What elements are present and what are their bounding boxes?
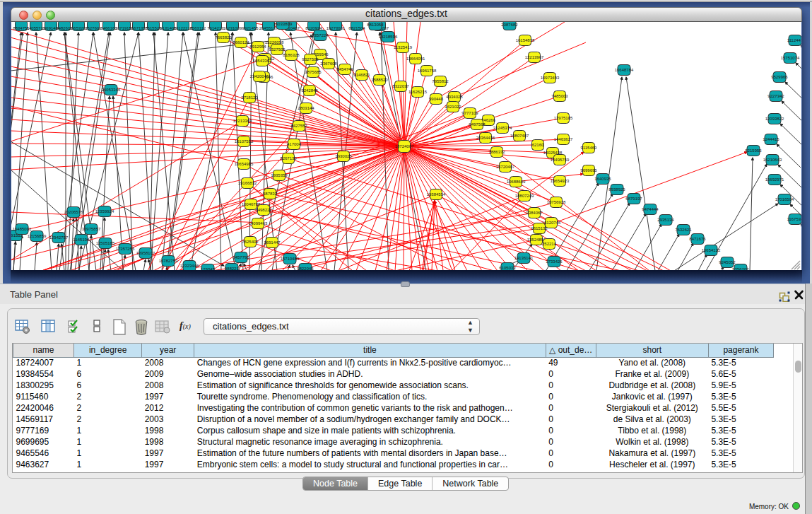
svg-text:26053346: 26053346 — [102, 88, 121, 92]
svg-text:9327505: 9327505 — [269, 47, 286, 52]
svg-text:16231009: 16231009 — [223, 26, 242, 30]
svg-text:1421022: 1421022 — [445, 105, 461, 109]
svg-text:5498222: 5498222 — [255, 208, 272, 212]
svg-text:12093822: 12093822 — [765, 117, 784, 121]
svg-text:6821504: 6821504 — [348, 26, 365, 30]
svg-text:988221: 988221 — [225, 267, 240, 270]
svg-text:7632621: 7632621 — [675, 228, 692, 232]
svg-text:1615132: 1615132 — [531, 226, 548, 230]
svg-text:20455137: 20455137 — [259, 26, 278, 30]
svg-text:16782759: 16782759 — [159, 259, 178, 263]
svg-text:17016504: 17016504 — [775, 197, 794, 201]
svg-text:15751074: 15751074 — [781, 56, 800, 60]
svg-text:3875685: 3875685 — [305, 70, 322, 74]
svg-text:31245374: 31245374 — [493, 126, 512, 130]
svg-text:19384554: 19384554 — [427, 192, 446, 197]
svg-text:1527602: 1527602 — [85, 26, 102, 30]
svg-text:7663822: 7663822 — [215, 35, 232, 40]
svg-text:1112447: 1112447 — [787, 38, 801, 42]
svg-text:14136141: 14136141 — [514, 256, 534, 260]
svg-text:7625402: 7625402 — [242, 240, 259, 244]
svg-text:4934028: 4934028 — [446, 95, 463, 99]
svg-text:1935359: 1935359 — [271, 173, 288, 177]
svg-text:9245052: 9245052 — [719, 260, 736, 264]
svg-text:8912954: 8912954 — [249, 45, 266, 49]
svg-text:1640935: 1640935 — [594, 177, 611, 181]
svg-text:10756928: 10756928 — [547, 200, 566, 204]
svg-text:9242848: 9242848 — [301, 88, 318, 93]
svg-text:62160: 62160 — [532, 143, 544, 147]
svg-text:1588520: 1588520 — [371, 78, 388, 82]
svg-text:20364436: 20364436 — [476, 136, 495, 140]
svg-text:9457791: 9457791 — [233, 255, 249, 259]
svg-text:1733426: 1733426 — [546, 259, 563, 264]
svg-text:19273001: 19273001 — [326, 26, 346, 30]
svg-text:6879197: 6879197 — [625, 197, 642, 201]
svg-text:8471676: 8471676 — [689, 237, 706, 241]
svg-text:9327505: 9327505 — [302, 57, 319, 62]
svg-text:8938925: 8938925 — [608, 187, 625, 192]
svg-text:14463627: 14463627 — [554, 137, 573, 141]
svg-text:6497568: 6497568 — [469, 122, 486, 127]
svg-text:12505185: 12505185 — [96, 241, 115, 245]
svg-text:9529966: 9529966 — [771, 75, 788, 79]
svg-text:1167534: 1167534 — [787, 217, 801, 221]
svg-text:16210643: 16210643 — [763, 158, 782, 162]
svg-text:15692971: 15692971 — [765, 177, 784, 182]
svg-text:12213967: 12213967 — [525, 55, 544, 59]
svg-text:13664091: 13664091 — [406, 57, 425, 61]
svg-text:1930025: 1930025 — [335, 154, 352, 158]
svg-text:9146821: 9146821 — [353, 73, 370, 77]
svg-text:19218596: 19218596 — [379, 35, 398, 39]
svg-text:15710485: 15710485 — [281, 257, 300, 261]
svg-text:8813054: 8813054 — [367, 23, 384, 27]
svg-text:990448: 990448 — [429, 97, 444, 101]
svg-text:129345: 129345 — [201, 267, 216, 270]
svg-text:9822045: 9822045 — [297, 267, 314, 270]
svg-text:16154838: 16154838 — [516, 38, 535, 42]
svg-text:8322037: 8322037 — [392, 84, 409, 88]
svg-text:2367608: 2367608 — [320, 62, 337, 66]
svg-text:13958107: 13958107 — [136, 251, 155, 255]
svg-text:12359924: 12359924 — [95, 209, 114, 214]
svg-text:30975857: 30975857 — [82, 227, 101, 231]
svg-text:9921455: 9921455 — [242, 26, 259, 30]
svg-text:10654122: 10654122 — [702, 248, 721, 252]
svg-text:12975185: 12975185 — [554, 116, 573, 120]
svg-text:16543362: 16543362 — [253, 59, 272, 63]
svg-text:7614213: 7614213 — [207, 26, 224, 30]
svg-text:14099463: 14099463 — [249, 221, 268, 226]
svg-text:10654985: 10654985 — [235, 162, 254, 166]
svg-text:9777109: 9777109 — [461, 111, 478, 115]
svg-text:16107552: 16107552 — [235, 139, 254, 144]
svg-text:9227342: 9227342 — [767, 94, 784, 98]
svg-text:1244415: 1244415 — [763, 137, 779, 141]
svg-text:6105033: 6105033 — [499, 266, 516, 270]
svg-text:19654923: 19654923 — [551, 179, 570, 183]
svg-text:12942757: 12942757 — [49, 235, 69, 240]
svg-text:16961758: 16961758 — [418, 69, 437, 73]
svg-text:16033809: 16033809 — [273, 22, 293, 26]
svg-text:15495759: 15495759 — [551, 158, 570, 162]
svg-text:8454749: 8454749 — [336, 67, 353, 71]
svg-text:8215955: 8215955 — [745, 148, 762, 153]
svg-text:9384067: 9384067 — [526, 211, 543, 215]
svg-text:1145194: 1145194 — [73, 238, 90, 242]
svg-text:11325419: 11325419 — [394, 45, 413, 49]
svg-text:8427552: 8427552 — [290, 124, 307, 128]
svg-text:11626215: 11626215 — [408, 90, 428, 94]
svg-text:1691447: 1691447 — [264, 240, 281, 245]
svg-text:587832: 587832 — [263, 192, 278, 196]
svg-text:8563112: 8563112 — [190, 26, 207, 30]
svg-text:8186328: 8186328 — [283, 53, 300, 57]
svg-text:2718120: 2718120 — [241, 95, 258, 100]
svg-text:17357255: 17357255 — [116, 247, 135, 251]
svg-text:9356202: 9356202 — [732, 267, 749, 270]
svg-text:252214: 252214 — [542, 242, 557, 246]
svg-text:23420046: 23420046 — [250, 74, 269, 78]
svg-text:15720407: 15720407 — [496, 165, 515, 169]
svg-text:7886372: 7886372 — [488, 150, 505, 154]
svg-text:2935134: 2935134 — [657, 218, 674, 222]
svg-text:417004: 417004 — [287, 142, 302, 146]
svg-text:12323446: 12323446 — [180, 264, 199, 268]
